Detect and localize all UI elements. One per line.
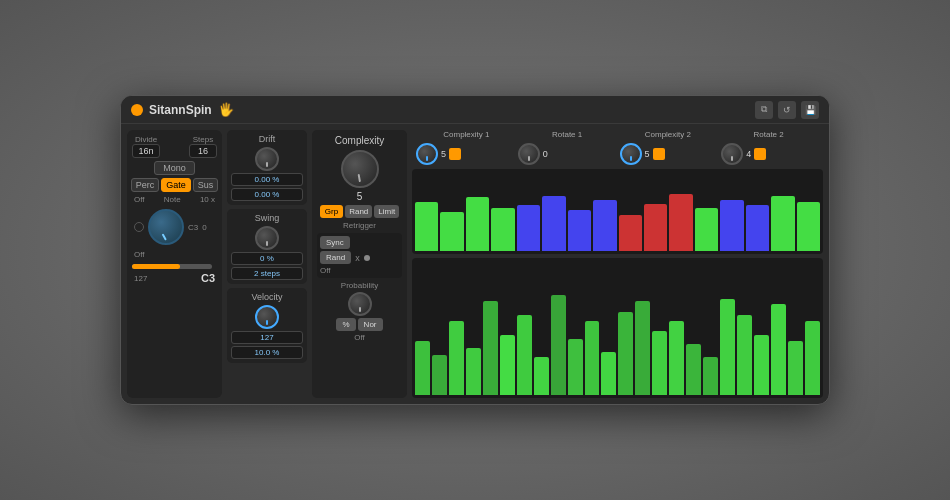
sync-button[interactable]: Sync — [320, 236, 350, 249]
top-bar-3[interactable] — [466, 197, 489, 251]
bot-bar-20[interactable] — [737, 315, 752, 395]
top-bar-14[interactable] — [746, 205, 769, 251]
bot-bar-9[interactable] — [551, 295, 566, 396]
complexity1-knob[interactable] — [416, 143, 438, 165]
range-slider[interactable] — [132, 264, 212, 269]
off2-row: Off — [132, 250, 217, 259]
velocity-knob[interactable] — [255, 305, 279, 329]
probability-knob[interactable] — [348, 292, 372, 316]
grp-button[interactable]: Grp — [320, 205, 343, 218]
complexity-panel: Complexity 5 Grp Rand Limit Retrigger Sy… — [312, 130, 407, 398]
bot-bar-14[interactable] — [635, 301, 650, 395]
top-bar-9[interactable] — [619, 215, 642, 251]
top-bar-2[interactable] — [440, 212, 463, 252]
power-dot[interactable] — [131, 104, 143, 116]
top-bar-16[interactable] — [797, 202, 820, 251]
velocity-section: Velocity 127 10.0 % — [227, 288, 307, 363]
copy-button[interactable]: ⧉ — [755, 101, 773, 119]
percent-button[interactable]: % — [336, 318, 355, 331]
bot-bar-17[interactable] — [686, 344, 701, 395]
drift-knob[interactable] — [255, 147, 279, 171]
top-bar-6[interactable] — [542, 196, 565, 251]
probability-label: Probability — [341, 281, 378, 290]
seq-bars-top — [412, 169, 823, 254]
steps-label: Steps — [193, 135, 213, 144]
seq-label-3: Complexity 2 — [619, 130, 718, 139]
nor-button[interactable]: Nor — [358, 318, 383, 331]
bot-bar-7[interactable] — [517, 315, 532, 395]
gate-button[interactable]: Gate — [161, 178, 191, 192]
swing-knob[interactable] — [255, 226, 279, 250]
bot-bar-4[interactable] — [466, 348, 481, 395]
complexity1-box[interactable] — [449, 148, 461, 160]
velocity-pct[interactable]: 10.0 % — [231, 346, 303, 359]
swing-val1[interactable]: 0 % — [231, 252, 303, 265]
bot-bar-5[interactable] — [483, 301, 498, 395]
mono-button[interactable]: Mono — [154, 161, 195, 175]
seq-ctrl-4: 4 — [721, 143, 819, 165]
range-slider-fill — [132, 264, 180, 269]
title-left: SitannSpin 🖐 — [131, 102, 234, 117]
drift-section: Drift 0.00 % 0.00 % — [227, 130, 307, 205]
top-bar-8[interactable] — [593, 200, 616, 251]
bot-bar-1[interactable] — [415, 341, 430, 395]
main-knob[interactable] — [148, 209, 184, 245]
bot-bar-21[interactable] — [754, 335, 769, 395]
velocity-val[interactable]: 127 — [231, 331, 303, 344]
steps-value[interactable]: 16 — [189, 144, 217, 158]
complexity2-val: 5 — [645, 149, 650, 159]
seq-labels-row: Complexity 1 Rotate 1 Complexity 2 Rotat… — [412, 130, 823, 139]
complexity1-knob-ind — [426, 156, 428, 161]
bot-bar-3[interactable] — [449, 321, 464, 395]
top-bar-4[interactable] — [491, 208, 514, 251]
complexity2-knob-ind — [630, 156, 632, 161]
bot-bar-23[interactable] — [788, 341, 803, 395]
sync-rand-section: Sync Rand x Off — [317, 233, 402, 278]
top-bar-7[interactable] — [568, 210, 591, 251]
bot-bar-2[interactable] — [432, 355, 447, 395]
bot-bar-10[interactable] — [568, 339, 583, 395]
bot-bar-15[interactable] — [652, 331, 667, 395]
off-note-row: Off Note 10 x — [132, 195, 217, 204]
bot-bar-12[interactable] — [601, 352, 616, 395]
velocity-label: Velocity — [251, 292, 282, 302]
rotate1-knob[interactable] — [518, 143, 540, 165]
sus-button[interactable]: Sus — [193, 178, 219, 192]
rand2-button[interactable]: Rand — [320, 251, 351, 264]
title-right: ⧉ ↺ 💾 — [755, 101, 819, 119]
bot-bar-24[interactable] — [805, 321, 820, 395]
top-bar-5[interactable] — [517, 205, 540, 251]
bot-bar-16[interactable] — [669, 321, 684, 395]
seq-label-4: Rotate 2 — [719, 130, 818, 139]
bot-bar-19[interactable] — [720, 299, 735, 395]
complexity2-knob[interactable] — [620, 143, 642, 165]
bot-bar-6[interactable] — [500, 335, 515, 395]
save-button[interactable]: 💾 — [801, 101, 819, 119]
drift-val2[interactable]: 0.00 % — [231, 188, 303, 201]
rand-button[interactable]: Rand — [345, 205, 372, 218]
complexity-knob[interactable] — [341, 150, 379, 188]
top-bar-10[interactable] — [644, 204, 667, 251]
top-bar-15[interactable] — [771, 196, 794, 251]
knob-note: C3 — [188, 223, 198, 232]
bottom-row: 127 C3 — [132, 272, 217, 284]
drift-val1[interactable]: 0.00 % — [231, 173, 303, 186]
top-bar-13[interactable] — [720, 200, 743, 251]
top-bar-11[interactable] — [669, 194, 692, 251]
bot-bar-18[interactable] — [703, 357, 718, 395]
rotate2-box[interactable] — [754, 148, 766, 160]
top-bar-1[interactable] — [415, 202, 438, 251]
bot-bar-22[interactable] — [771, 304, 786, 395]
perc-button[interactable]: Perc — [131, 178, 160, 192]
limit-button[interactable]: Limit — [374, 205, 399, 218]
sync-row: Sync — [320, 236, 399, 249]
divide-value[interactable]: 16n — [132, 144, 160, 158]
bot-bar-8[interactable] — [534, 357, 549, 395]
bot-bar-11[interactable] — [585, 321, 600, 395]
top-bar-12[interactable] — [695, 208, 718, 251]
rotate2-knob[interactable] — [721, 143, 743, 165]
refresh-button[interactable]: ↺ — [778, 101, 796, 119]
complexity2-box[interactable] — [653, 148, 665, 160]
bot-bar-13[interactable] — [618, 312, 633, 395]
swing-val2[interactable]: 2 steps — [231, 267, 303, 280]
